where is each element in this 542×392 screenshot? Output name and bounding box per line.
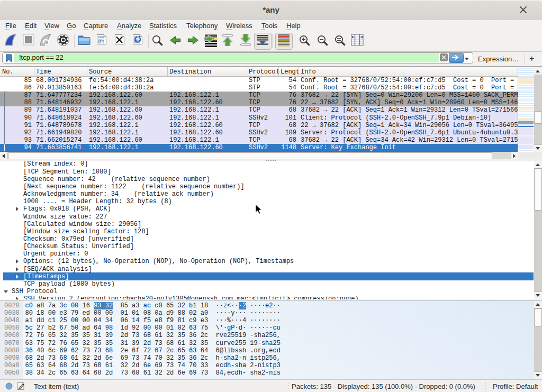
svg-text:0011: 0011 [98, 41, 104, 44]
